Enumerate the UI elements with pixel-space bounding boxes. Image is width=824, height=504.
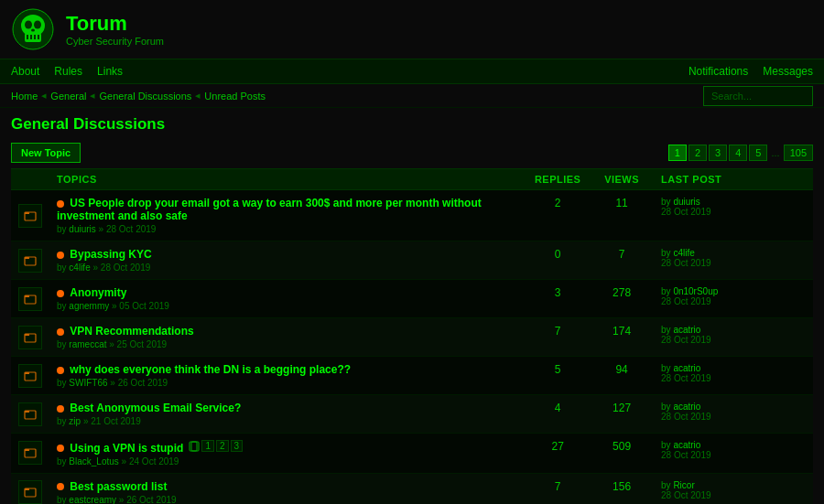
nav-messages[interactable]: Messages [763, 65, 813, 78]
page-btn-4[interactable]: 4 [729, 145, 747, 161]
site-name: Torum [66, 12, 164, 36]
breadcrumb-home[interactable]: Home [11, 91, 38, 102]
last-post-cell: by duiuris28 Oct 2019 [654, 190, 813, 241]
topic-title-link[interactable]: VPN Recommendations [70, 325, 193, 338]
site-subtitle: Cyber Security Forum [66, 36, 164, 47]
last-post-cell: by 0n10rS0up28 Oct 2019 [654, 280, 813, 318]
topic-status-cell [11, 473, 49, 504]
topic-status-cell [11, 357, 49, 395]
topic-folder-icon [24, 446, 37, 459]
last-post-date: 28 Oct 2019 [661, 373, 710, 383]
topic-folder-icon [24, 209, 37, 222]
nav-links[interactable]: Links [97, 65, 123, 78]
nav-rules[interactable]: Rules [54, 65, 82, 78]
table-row: Anonymity by agnemmy » 05 Oct 2019 3278b… [11, 280, 813, 318]
topic-author-link[interactable]: rameccat [69, 339, 106, 349]
topic-status-cell [11, 241, 49, 280]
topic-title-link[interactable]: Using a VPN is stupid [70, 442, 183, 455]
table-row: why does everyone think the DN is a begg… [11, 357, 813, 395]
nav-notifications[interactable]: Notifications [688, 65, 748, 78]
svg-rect-23 [25, 449, 29, 451]
topic-title-link[interactable]: Bypassing KYC [70, 248, 151, 261]
svg-rect-6 [27, 35, 28, 39]
sub-page-link[interactable]: 2 [216, 440, 229, 452]
views-cell: 94 [590, 357, 654, 395]
topic-folder-icon [24, 293, 37, 306]
svg-rect-7 [30, 35, 32, 39]
last-post-author-link[interactable]: acatrio [673, 363, 700, 373]
topic-status-cell [11, 280, 49, 318]
topic-dot [57, 367, 64, 374]
topic-author-link[interactable]: c4life [69, 263, 90, 273]
last-post-author-link[interactable]: duiuris [673, 197, 699, 207]
table-row: US People drop your email got a way to e… [11, 190, 813, 241]
topic-status-cell [11, 190, 49, 241]
sub-page-link[interactable]: 3 [231, 440, 244, 452]
page-ellipsis: ... [769, 147, 781, 158]
sub-page-link[interactable]: 1 [201, 440, 214, 452]
views-cell: 278 [590, 280, 654, 318]
topic-title-link[interactable]: why does everyone think the DN is a begg… [70, 363, 351, 376]
topic-author-link[interactable]: zip [69, 416, 81, 426]
last-post-date: 28 Oct 2019 [661, 450, 710, 460]
topic-dot [57, 290, 64, 297]
replies-cell: 0 [526, 241, 590, 280]
topic-author-link[interactable]: eastcreamy [69, 495, 116, 505]
topic-dot [57, 252, 64, 259]
svg-rect-19 [25, 372, 29, 374]
nav-about[interactable]: About [11, 65, 39, 78]
topic-title-link[interactable]: Best Anonymous Email Service? [70, 402, 241, 414]
topic-author-link[interactable]: SWIFT66 [69, 378, 107, 388]
page-btn-5[interactable]: 5 [749, 145, 767, 161]
search-input[interactable] [703, 86, 813, 106]
page-btn-105[interactable]: 105 [784, 145, 813, 161]
last-post-author-link[interactable]: acatrio [673, 402, 700, 412]
nav-links: About Rules Links [11, 65, 123, 78]
table-row: Using a VPN is stupid 123 by Black_Lotus… [11, 434, 813, 474]
views-cell: 127 [590, 395, 654, 434]
topic-title-link[interactable]: Best password list [70, 480, 167, 493]
pages-icon [189, 441, 200, 452]
topic-author-link[interactable]: agnemmy [69, 301, 109, 311]
replies-cell: 5 [526, 357, 590, 395]
topic-author-link[interactable]: duiuris [69, 224, 95, 234]
topic-cell: US People drop your email got a way to e… [49, 190, 526, 241]
page-btn-3[interactable]: 3 [709, 145, 727, 161]
svg-rect-15 [25, 295, 29, 297]
last-post-date: 28 Oct 2019 [661, 258, 710, 268]
svg-rect-17 [25, 334, 29, 336]
topic-cell: Anonymity by agnemmy » 05 Oct 2019 [49, 280, 526, 318]
page-heading-area: General Discussions [0, 108, 824, 137]
breadcrumb-general[interactable]: General [50, 91, 86, 102]
topic-status-cell [11, 395, 49, 434]
breadcrumb-general-discussions[interactable]: General Discussions [99, 91, 191, 102]
topic-folder-icon [24, 254, 37, 267]
topic-meta: by rameccat » 25 Oct 2019 [57, 339, 518, 349]
replies-cell: 7 [526, 318, 590, 357]
last-post-author-link[interactable]: acatrio [673, 325, 700, 335]
toolbar: New Topic 1 2 3 4 5 ... 105 [0, 137, 824, 168]
topic-title-link[interactable]: Anonymity [70, 286, 126, 299]
last-post-cell: by acatrio28 Oct 2019 [654, 395, 813, 434]
last-post-cell: by c4life28 Oct 2019 [654, 241, 813, 280]
new-topic-button[interactable]: New Topic [11, 143, 81, 163]
last-post-author-link[interactable]: acatrio [673, 440, 700, 450]
replies-cell: 4 [526, 395, 590, 434]
th-replies: REPLIES [526, 169, 590, 190]
topic-meta: by SWIFT66 » 26 Oct 2019 [57, 378, 518, 388]
page-btn-2[interactable]: 2 [688, 145, 707, 161]
last-post-author-link[interactable]: 0n10rS0up [673, 286, 718, 296]
topic-dot [57, 200, 64, 208]
topic-author-link[interactable]: Black_Lotus [69, 456, 118, 466]
last-post-author-link[interactable]: Ricor [673, 480, 694, 490]
last-post-date: 28 Oct 2019 [661, 412, 710, 422]
svg-rect-11 [25, 212, 29, 214]
topic-meta: by agnemmy » 05 Oct 2019 [57, 301, 518, 311]
topic-status-cell [11, 318, 49, 357]
topic-title-link[interactable]: US People drop your email got a way to e… [57, 197, 482, 222]
last-post-author-link[interactable]: c4life [673, 248, 694, 258]
page-btn-1[interactable]: 1 [668, 145, 687, 161]
topic-meta: by eastcreamy » 26 Oct 2019 [57, 495, 518, 505]
table-row: VPN Recommendations by rameccat » 25 Oct… [11, 318, 813, 357]
views-cell: 509 [590, 434, 654, 474]
